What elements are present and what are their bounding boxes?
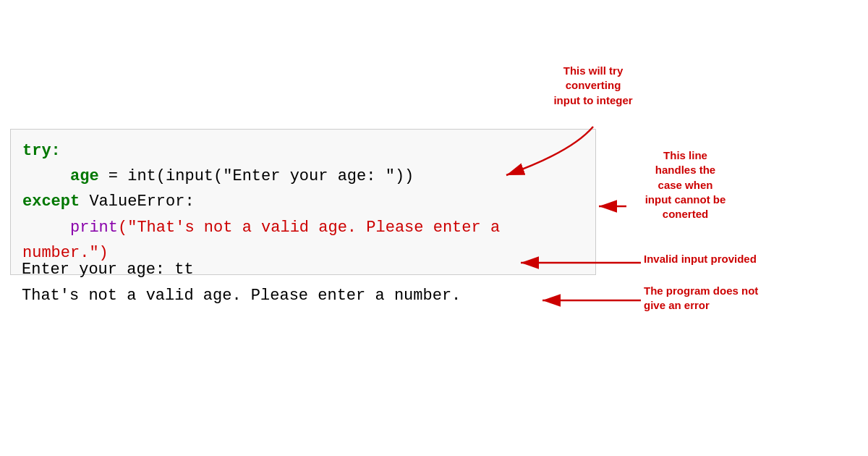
- arrow-top: [506, 127, 593, 175]
- arrows-svg: [0, 0, 868, 456]
